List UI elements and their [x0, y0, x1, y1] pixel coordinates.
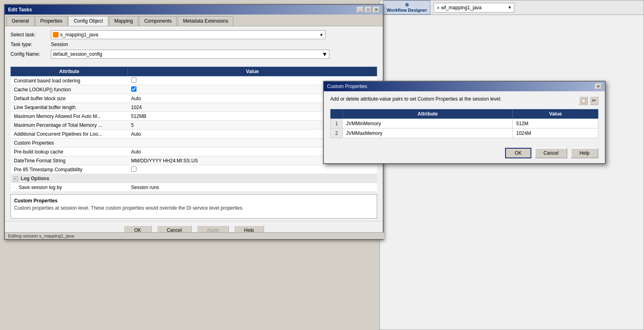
- attr-cell: Cache LOOKUP() function: [11, 85, 128, 94]
- pre85-timestamp-checkbox[interactable]: [131, 166, 136, 172]
- tab-general-label: General: [12, 18, 29, 24]
- workflow-designer-label: Workflow Designer: [387, 8, 427, 13]
- close-button[interactable]: ✕: [373, 7, 380, 13]
- attr-cell: DateTime Format String: [11, 156, 128, 165]
- workflow-dropdown-value: wf_mapping1_java: [441, 5, 482, 11]
- cp-description-text: Add or delete attribute-value pairs to s…: [330, 96, 501, 102]
- section-cell: − Log Options: [11, 174, 377, 183]
- workflow-toolbar: ⚙ Workflow Designer ● wf_mapping1_java ▼: [380, 0, 644, 15]
- cp-attr-cell[interactable]: JVMMaxMemory: [343, 128, 513, 138]
- cp-title: Custom Properties: [327, 84, 367, 89]
- cp-icon-buttons: 📋 ✂: [579, 96, 598, 105]
- select-task-value: s_mapping1_java: [60, 32, 98, 38]
- attr-cell: Save session log by: [11, 183, 128, 192]
- tabs-row: General Properties Config Object Mapping…: [5, 15, 383, 26]
- attr-header: Attribute: [11, 67, 128, 76]
- description-area: Custom Properties Custom properties at s…: [10, 194, 377, 219]
- attr-cell: Maximum Memory Allowed For Auto M...: [11, 112, 128, 121]
- constraint-load-checkbox[interactable]: [131, 78, 136, 83]
- tab-components[interactable]: Components: [139, 16, 177, 26]
- scissors-icon: ✂: [592, 98, 596, 103]
- attr-cell: Pre 85 Timestamp Compatibility: [11, 165, 128, 174]
- titlebar-controls: _ □ ✕: [357, 7, 380, 13]
- attr-cell: Pre-build lookup cache: [11, 147, 128, 156]
- cp-close-button[interactable]: ✕: [595, 84, 602, 89]
- cp-value-val: 1024M: [516, 130, 531, 136]
- attr-cell: Default buffer block size: [11, 94, 128, 103]
- workflow-designer-button[interactable]: ⚙ Workflow Designer: [383, 0, 430, 15]
- tab-config-object-label: Config Object: [73, 18, 103, 24]
- new-row-button[interactable]: 📋: [579, 96, 588, 105]
- cp-content: Add or delete attribute-value pairs to s…: [324, 91, 605, 143]
- cp-value-cell[interactable]: 512M: [513, 119, 598, 128]
- config-name-dropdown[interactable]: default_session_config ▼: [51, 50, 329, 59]
- table-row: Save session log by Session runs: [11, 183, 377, 192]
- edit-tasks-titlebar: Edit Tasks _ □ ✕: [5, 5, 383, 15]
- task-type-row: Task type: Session: [10, 42, 377, 47]
- cp-help-button[interactable]: Help: [571, 148, 598, 158]
- section-row: − Log Options: [11, 174, 377, 183]
- select-task-dropdown[interactable]: s_mapping1_java ▼: [51, 30, 325, 39]
- minimize-button[interactable]: _: [357, 7, 363, 13]
- config-name-arrow-icon: ▼: [322, 51, 327, 57]
- cp-ok-button[interactable]: OK: [505, 148, 531, 158]
- cp-attr-value: JVMMaxMemory: [346, 130, 382, 136]
- select-task-row: Select task: s_mapping1_java ▼: [10, 30, 377, 39]
- table-row: Additional Concurrent Pipelines for Loo.…: [11, 130, 377, 139]
- tab-metadata-extensions[interactable]: Metadata Extensions: [178, 16, 233, 26]
- table-row: Maximum Memory Allowed For Auto M... 512…: [11, 112, 377, 121]
- status-text: Editing session s_mapping1_java: [8, 233, 74, 238]
- dropdown-arrow-icon: ▼: [508, 5, 512, 10]
- tab-mapping[interactable]: Mapping: [109, 16, 138, 26]
- table-row: Custom Properties ▼: [11, 139, 377, 147]
- table-row: Default buffer block size Auto: [11, 94, 377, 103]
- tab-components-label: Components: [144, 18, 172, 24]
- cp-cancel-button[interactable]: Cancel: [535, 148, 567, 158]
- workflow-icon: ⚙: [405, 2, 409, 8]
- status-bar: Editing session s_mapping1_java: [5, 232, 384, 239]
- table-row: Line Sequential buffer length 1024: [11, 103, 377, 112]
- maximize-button[interactable]: □: [365, 7, 371, 13]
- cp-value-cell[interactable]: 1024M: [513, 128, 598, 138]
- task-type-value: Session: [51, 42, 377, 47]
- value-header: Value: [128, 67, 377, 76]
- cp-value-header: Value: [513, 109, 598, 119]
- table-row: Constraint based load ordering: [11, 76, 377, 85]
- edit-tasks-title: Edit Tasks: [8, 7, 32, 13]
- row-num-header: [331, 109, 343, 119]
- task-icon: [53, 32, 59, 38]
- new-icon: 📋: [581, 98, 587, 103]
- attr-cell: Line Sequential buffer length: [11, 103, 128, 112]
- workflow-panel: ⚙ Workflow Designer ● wf_mapping1_java ▼: [380, 0, 644, 330]
- config-name-label: Config Name:: [10, 51, 51, 57]
- table-row: DateTime Format String MM/DD/YYYY HH24:M…: [11, 156, 377, 165]
- config-name-value: default_session_config: [53, 51, 102, 57]
- row-number: 2: [331, 128, 343, 138]
- value-cell: Session runs: [128, 183, 377, 192]
- tab-metadata-extensions-label: Metadata Extensions: [183, 18, 228, 24]
- delete-row-button[interactable]: ✂: [589, 96, 598, 105]
- table-row: Cache LOOKUP() function: [11, 85, 377, 94]
- cp-table-row: 1 JVMMinMemory 512M: [331, 119, 598, 128]
- description-title: Custom Properties: [14, 198, 373, 204]
- workflow-dropdown[interactable]: ● wf_mapping1_java ▼: [434, 3, 514, 13]
- tab-general[interactable]: General: [6, 16, 34, 26]
- row-number: 1: [331, 119, 343, 128]
- workflow-icon-small: ●: [436, 5, 439, 11]
- attr-cell: Custom Properties: [11, 139, 128, 147]
- table-row: Pre 85 Timestamp Compatibility: [11, 165, 377, 174]
- cp-description-row: Add or delete attribute-value pairs to s…: [330, 96, 598, 105]
- cache-lookup-checkbox[interactable]: [131, 86, 136, 92]
- cp-attr-cell[interactable]: JVMMinMemory: [343, 119, 513, 128]
- tab-mapping-label: Mapping: [114, 18, 133, 24]
- table-row: Pre-build lookup cache Auto: [11, 147, 377, 156]
- tab-config-object[interactable]: Config Object: [68, 16, 108, 26]
- collapse-icon[interactable]: −: [13, 177, 18, 181]
- tab-properties[interactable]: Properties: [35, 16, 68, 26]
- form-area: Select task: s_mapping1_java ▼ Task type…: [5, 26, 383, 65]
- cp-titlebar: Custom Properties ✕: [324, 82, 605, 91]
- value-cell: [128, 165, 377, 174]
- attr-cell: Maximum Percentage of Total Memory ...: [11, 121, 128, 130]
- tab-properties-label: Properties: [40, 18, 63, 24]
- attribute-table: Attribute Value Constraint based load or…: [10, 67, 377, 192]
